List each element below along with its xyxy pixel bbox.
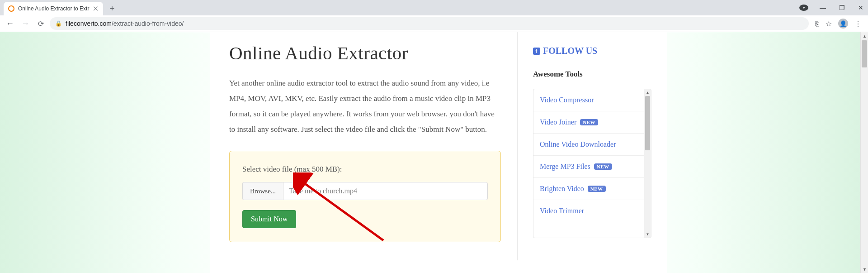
file-name-field[interactable]: Take me to church.mp4 xyxy=(283,182,488,200)
page-title: Online Audio Extractor xyxy=(229,42,501,64)
upload-box: Select video file (max 500 MB): Browse..… xyxy=(229,151,501,242)
scroll-up-icon[interactable]: ▲ xyxy=(644,89,651,96)
url-host: fileconverto.com xyxy=(66,20,112,27)
upload-label: Select video file (max 500 MB): xyxy=(242,165,488,174)
page-scrollbar[interactable]: ▲ ▼ xyxy=(860,32,868,273)
page-scroll-up-icon[interactable]: ▲ xyxy=(861,32,868,40)
url-path: /extract-audio-from-video/ xyxy=(112,20,184,27)
tool-link-label: Video Joiner xyxy=(540,118,576,126)
page-viewport: Online Audio Extractor Yet another onlin… xyxy=(0,32,868,273)
browser-tab[interactable]: Online Audio Extractor to Extr xyxy=(4,2,103,15)
back-button[interactable]: ← xyxy=(4,17,16,30)
tool-link-label: Video Compressor xyxy=(540,96,594,104)
follow-us-link[interactable]: FOLLOW US xyxy=(533,46,651,56)
minimize-icon[interactable]: — xyxy=(818,4,827,11)
profile-avatar-icon[interactable]: 👤 xyxy=(838,19,848,29)
tools-scrollbar[interactable]: ▲ ▼ xyxy=(644,89,651,238)
main-column: Online Audio Extractor Yet another onlin… xyxy=(210,32,518,260)
tool-link[interactable]: Video JoinerNEW xyxy=(533,111,644,134)
tool-link[interactable]: Brighten VideoNEW xyxy=(533,178,644,200)
follow-us-label: FOLLOW US xyxy=(543,46,597,56)
tool-link[interactable]: Video Trimmer xyxy=(533,200,644,222)
tool-link[interactable]: Video Compressor xyxy=(533,89,644,111)
tab-title: Online Audio Extractor to Extr xyxy=(18,5,90,12)
new-badge: NEW xyxy=(580,119,598,125)
forward-button[interactable]: → xyxy=(19,17,32,30)
tool-link-label: Online Video Downloader xyxy=(540,140,616,148)
new-badge: NEW xyxy=(594,163,612,170)
tool-link-label: Merge MP3 Files xyxy=(540,163,590,171)
tool-link-label: Brighten Video xyxy=(540,185,584,193)
lock-icon: 🔒 xyxy=(55,20,62,27)
maximize-icon[interactable]: ❐ xyxy=(837,4,846,11)
tools-scroll-thumb[interactable] xyxy=(645,96,650,150)
close-tab-icon[interactable] xyxy=(93,6,99,11)
content-card: Online Audio Extractor Yet another onlin… xyxy=(210,32,667,273)
page-scroll-thumb[interactable] xyxy=(862,40,867,67)
new-tab-button[interactable]: + xyxy=(106,2,118,15)
scroll-down-icon[interactable]: ▼ xyxy=(644,231,651,238)
browse-button[interactable]: Browse... xyxy=(242,182,283,200)
tools-list: Video CompressorVideo JoinerNEWOnline Vi… xyxy=(533,89,651,238)
tool-link-label: Video Trimmer xyxy=(540,207,584,215)
submit-button[interactable]: Submit Now xyxy=(242,210,296,228)
bookmark-star-icon[interactable]: ☆ xyxy=(826,19,832,28)
awesome-tools-header: Awesome Tools xyxy=(533,70,651,79)
sidebar-column: FOLLOW US Awesome Tools Video Compressor… xyxy=(518,32,667,260)
reload-button[interactable]: ⟳ xyxy=(34,17,47,30)
file-row: Browse... Take me to church.mp4 xyxy=(242,182,488,200)
tool-link[interactable]: Online Video Downloader xyxy=(533,134,644,156)
window-controls: ▾ — ❐ ✕ xyxy=(799,0,865,15)
address-bar[interactable]: 🔒 fileconverto.com/extract-audio-from-vi… xyxy=(50,17,809,30)
new-badge: NEW xyxy=(588,186,606,192)
browser-titlebar: Online Audio Extractor to Extr + ▾ — ❐ ✕ xyxy=(0,0,868,15)
page-lead: Yet another online audio extractor tool … xyxy=(229,76,501,137)
page-scroll-down-icon[interactable]: ▼ xyxy=(861,265,868,273)
tool-link[interactable]: Merge MP3 FilesNEW xyxy=(533,156,644,178)
profile-badge-icon[interactable]: ▾ xyxy=(799,5,808,11)
browser-toolbar: ← → ⟳ 🔒 fileconverto.com/extract-audio-f… xyxy=(0,15,868,32)
close-window-icon[interactable]: ✕ xyxy=(856,4,865,11)
tab-favicon-icon xyxy=(8,5,14,12)
menu-kebab-icon[interactable]: ⋮ xyxy=(854,19,862,28)
facebook-icon xyxy=(533,48,540,55)
translate-icon[interactable]: ⎘ xyxy=(815,20,819,28)
